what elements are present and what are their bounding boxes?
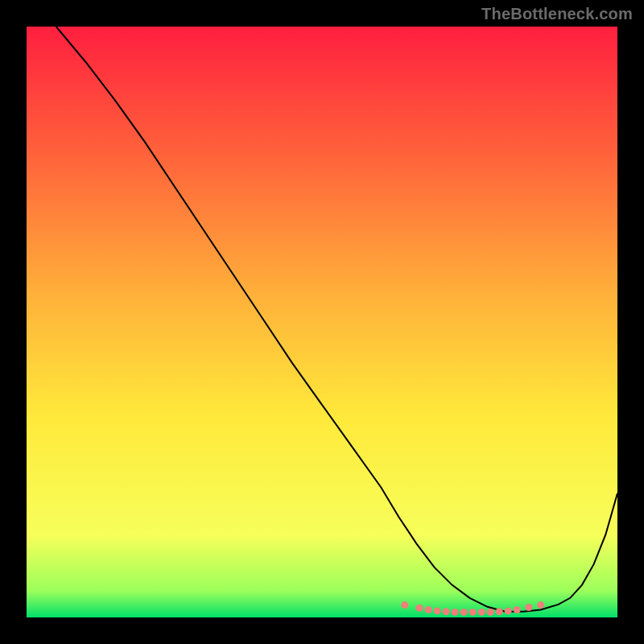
flat-marker	[478, 609, 485, 616]
flat-marker	[416, 605, 423, 612]
flat-marker	[443, 608, 450, 615]
chart-container: TheBottleneck.com	[0, 0, 644, 644]
flat-marker	[487, 609, 494, 616]
watermark-text: TheBottleneck.com	[481, 5, 633, 23]
flat-marker	[496, 608, 503, 615]
flat-marker	[434, 607, 441, 614]
flat-marker	[505, 607, 512, 614]
plot-background	[27, 27, 617, 617]
flat-marker	[525, 604, 532, 611]
flat-marker	[514, 606, 521, 613]
chart-svg	[0, 0, 644, 644]
flat-marker	[401, 601, 408, 609]
flat-marker	[537, 601, 544, 609]
flat-marker	[469, 609, 477, 616]
flat-marker	[452, 609, 459, 616]
flat-marker	[425, 606, 432, 613]
flat-marker	[460, 609, 468, 616]
